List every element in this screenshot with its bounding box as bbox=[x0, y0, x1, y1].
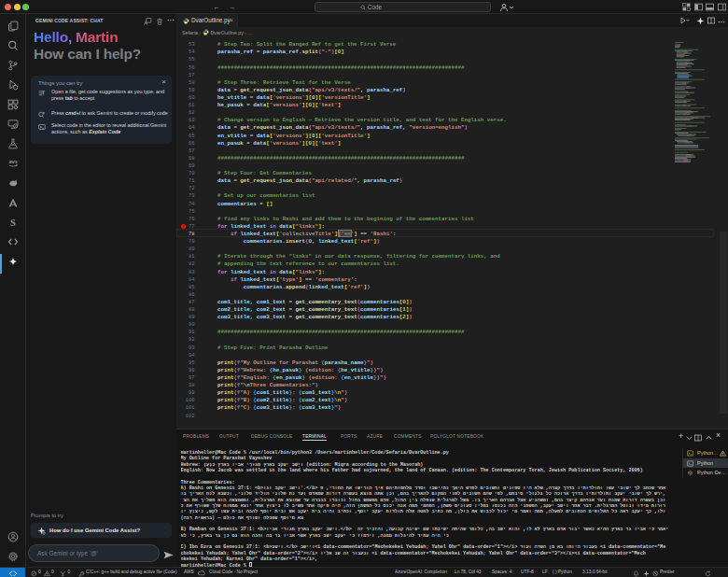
svg-text:aws: aws bbox=[8, 160, 17, 164]
svg-text:S: S bbox=[10, 218, 16, 228]
